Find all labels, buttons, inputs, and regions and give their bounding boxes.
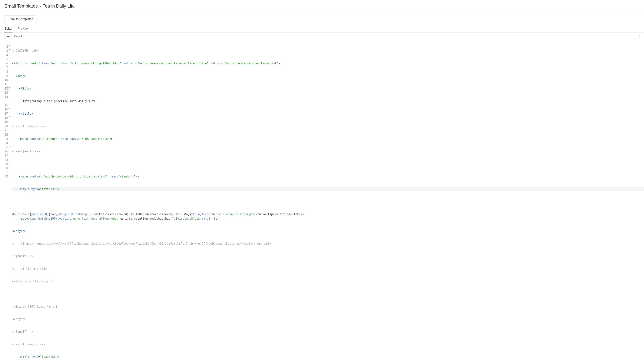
image-icon: [6, 35, 10, 38]
gutter-line: 11: [4, 82, 10, 86]
code-line: <!--[if !mso]><!-->: [12, 342, 644, 346]
fold-toggle-icon[interactable]: [9, 146, 10, 147]
editor-toolbar: Default: [0, 32, 644, 39]
insert-image-button[interactable]: [4, 34, 11, 39]
code-line: [12, 162, 644, 166]
fold-toggle-icon[interactable]: [9, 167, 10, 168]
gutter-line: 1: [4, 40, 10, 44]
gutter-line: 21: [4, 128, 10, 132]
code-line: <title>: [12, 86, 644, 90]
gutter-line: 17: [4, 112, 10, 116]
gutter-line: 29: [4, 162, 10, 166]
code-line: <!--[if !mso]><!-->: [12, 124, 644, 128]
code-line: <![endif]-->: [12, 254, 644, 258]
theme-select-value: Default: [14, 35, 22, 38]
toolbar: Back to Templates: [0, 12, 644, 23]
gutter-line: 6: [4, 61, 10, 66]
gutter-line: 7: [4, 66, 10, 70]
code-area[interactable]: <!DOCTYPE html> <html dir="auto" lang="e…: [12, 40, 644, 364]
gutter-line: 31: [4, 170, 10, 174]
gutter-line: 13: [4, 90, 10, 95]
fold-toggle-icon[interactable]: [9, 49, 10, 50]
code-line: <!--<![endif]-->: [12, 149, 644, 154]
gutter-line: 23: [4, 137, 10, 141]
theme-select[interactable]: Default: [12, 34, 640, 39]
gutter-line: 32: [4, 174, 10, 178]
breadcrumb: Email Templates › Tea in Daily Life: [4, 4, 640, 9]
chevron-right-icon: ›: [40, 4, 41, 8]
gutter-line: 5: [4, 57, 10, 61]
gutter-line: 20: [4, 124, 10, 128]
gutter-line: 12: [4, 86, 10, 90]
code-line: <meta content="width=device-width, initi…: [12, 174, 644, 178]
tab-editor[interactable]: Editor: [4, 27, 12, 32]
header: Email Templates › Tea in Daily Life: [0, 0, 644, 12]
breadcrumb-root[interactable]: Email Templates: [4, 4, 38, 9]
fold-toggle-icon[interactable]: [9, 54, 10, 55]
code-line: </title>: [12, 112, 644, 116]
fold-toggle-icon[interactable]: [9, 87, 10, 88]
code-line: <!DOCTYPE html>: [12, 49, 644, 53]
code-line: </style>: [12, 229, 644, 233]
gutter-line: 2: [4, 44, 10, 49]
gutter-line: 30: [4, 166, 10, 170]
gutter-line: 3: [4, 49, 10, 53]
breadcrumb-current: Tea in Daily Life: [43, 4, 74, 9]
code-line: .y{width:100% !important;}: [12, 304, 644, 309]
gutter-line: 19: [4, 120, 10, 124]
code-line: [12, 200, 644, 204]
gutter-line: 9: [4, 74, 10, 78]
code-line-active: <style type="text/css">: [12, 187, 644, 191]
tabs: Editor Preview: [0, 23, 644, 32]
gutter-line: 15: [4, 103, 10, 108]
code-editor[interactable]: 1234567891011121314151617181920212223242…: [0, 39, 644, 364]
gutter-line: 22: [4, 132, 10, 137]
fold-toggle-icon[interactable]: [9, 108, 10, 109]
gutter-line: 8: [4, 70, 10, 74]
gutter-line: 4: [4, 53, 10, 57]
code-line: Integrating a tea practice into daily li…: [12, 99, 644, 103]
svg-point-1: [7, 35, 7, 36]
code-line: [12, 292, 644, 296]
code-line: <![endif]-->: [12, 330, 644, 334]
code-line: <head>: [12, 74, 644, 78]
code-line: <!--[if lte mso 11]>: [12, 267, 644, 271]
code-line: <style type="text/css">: [12, 280, 644, 284]
gutter-line: 10: [4, 78, 10, 82]
code-line: #outlook a{padding:0;}body{margin:0;padd…: [12, 212, 644, 220]
gutter-line: 27: [4, 154, 10, 158]
code-line: <html dir="auto" lang="en" xmlns="http:/…: [12, 61, 644, 66]
gutter-line: 28: [4, 158, 10, 162]
code-line: <style type="text/css">: [12, 355, 644, 359]
code-line: <meta content="IE=edge" http-equiv="X-UA…: [12, 137, 644, 141]
gutter-line: 26: [4, 149, 10, 154]
gutter-line: 16: [4, 108, 10, 112]
tab-preview[interactable]: Preview: [18, 27, 28, 32]
code-line: <!--[if mso]> <noscript><xml><o:OfficeDo…: [12, 242, 644, 246]
gutter-line: 14: [4, 95, 10, 103]
gutter-line: 24: [4, 141, 10, 145]
fold-toggle-icon[interactable]: [9, 116, 10, 118]
back-to-templates-button[interactable]: Back to Templates: [4, 15, 37, 23]
gutter: 1234567891011121314151617181920212223242…: [4, 40, 12, 364]
fold-toggle-icon[interactable]: [9, 45, 10, 46]
code-line: </style>: [12, 317, 644, 321]
gutter-line: 18: [4, 116, 10, 120]
gutter-line: 25: [4, 145, 10, 149]
